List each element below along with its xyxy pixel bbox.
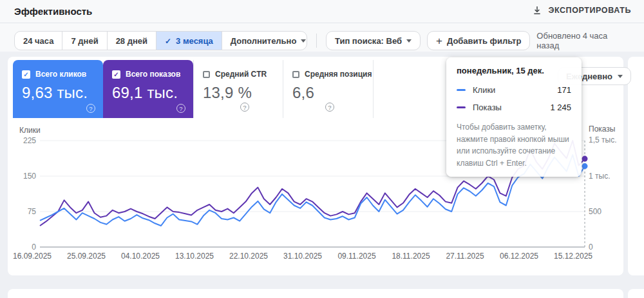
- impressions-hover-dot: [582, 156, 588, 162]
- tooltip-row-impressions: Показы 1 245: [457, 99, 571, 116]
- tooltip-date: понедельник, 15 дек.: [457, 66, 571, 75]
- tooltip-row-clicks: Клики 171: [457, 81, 571, 99]
- export-label: ЭКСПОРТИРОВАТЬ: [548, 6, 631, 15]
- tab-total-clicks[interactable]: Всего кликов 9,63 тыс.: [13, 60, 103, 118]
- x-axis-labels: 16.09.2025 25.09.2025 04.10.2025 13.10.2…: [5, 252, 600, 261]
- chevron-down-icon: [618, 75, 623, 78]
- search-type-chip[interactable]: Тип поиска: Веб: [326, 31, 421, 50]
- position-value: 6,6: [292, 84, 314, 102]
- left-axis-title: Клики: [19, 126, 41, 135]
- range-3m-selected[interactable]: 3 месяца: [156, 32, 222, 50]
- header-divider: [0, 23, 644, 23]
- clicks-value: 9,63 тыс.: [22, 84, 88, 102]
- checkbox-position-unchecked[interactable]: [292, 71, 299, 78]
- checkbox-impressions-checked[interactable]: [112, 70, 120, 79]
- range-28d[interactable]: 28 дней: [107, 32, 156, 50]
- impressions-value: 69,1 тыс.: [112, 84, 178, 102]
- tab-average-ctr[interactable]: Средний CTR 13,9 %: [193, 60, 283, 118]
- y-tick: 1,5 тыс.: [589, 135, 623, 144]
- chevron-down-icon: [301, 39, 306, 43]
- page-title: Эффективность: [14, 6, 92, 17]
- next-section-card: [8, 289, 623, 298]
- help-icon[interactable]: [86, 104, 95, 113]
- y-tick: 1 тыс.: [589, 172, 623, 181]
- tooltip-note: Чтобы добавить заметку, нажмите правой к…: [457, 121, 571, 169]
- clicks-swatch: [457, 89, 466, 92]
- ctr-value: 13,9 %: [203, 84, 252, 102]
- add-filter-chip[interactable]: Добавить фильтр: [427, 31, 530, 50]
- help-icon[interactable]: [240, 103, 249, 112]
- range-24h[interactable]: 24 часа: [15, 32, 62, 50]
- date-range-control: 24 часа 7 дней 28 дней 3 месяца Дополнит…: [14, 31, 307, 50]
- check-icon: [165, 36, 171, 46]
- y-tick: 75: [8, 207, 36, 216]
- plus-icon: [436, 35, 442, 46]
- export-button[interactable]: ЭКСПОРТИРОВАТЬ: [532, 5, 631, 15]
- checkbox-clicks-checked[interactable]: [22, 70, 30, 79]
- range-more-dropdown[interactable]: Дополнительно: [222, 32, 307, 50]
- y-tick: 0: [8, 243, 36, 252]
- tab-average-position[interactable]: Средняя позиция 6,6: [283, 60, 374, 118]
- y-tick: 500: [589, 207, 623, 216]
- metric-tabs: Всего кликов 9,63 тыс. Всего показов 69,…: [13, 60, 374, 118]
- filter-toolbar: 24 часа 7 дней 28 дней 3 месяца Дополнит…: [14, 31, 630, 50]
- download-icon: [532, 5, 542, 15]
- tab-total-impressions[interactable]: Всего показов 69,1 тыс.: [103, 60, 193, 118]
- impressions-swatch: [457, 106, 466, 109]
- performance-card: Всего кликов 9,63 тыс. Всего показов 69,…: [8, 57, 623, 275]
- last-updated-text: Обновлено 4 часа назад: [536, 31, 630, 50]
- help-icon[interactable]: [176, 104, 185, 113]
- checkbox-ctr-unchecked[interactable]: [203, 71, 210, 78]
- clicks-hover-dot: [582, 163, 588, 169]
- chart-tooltip: понедельник, 15 дек. Клики 171 Показы 1 …: [446, 57, 582, 177]
- chevron-down-icon: [406, 39, 412, 43]
- right-axis-title: Показы: [589, 124, 615, 134]
- range-7d[interactable]: 7 дней: [62, 32, 106, 50]
- y-tick: 225: [8, 136, 36, 145]
- toolbar-separator: [316, 34, 317, 48]
- next-section-panel: [628, 289, 644, 298]
- help-icon[interactable]: [325, 103, 334, 112]
- y-tick: 0: [589, 243, 623, 252]
- adjacent-panel: [628, 57, 644, 275]
- y-tick: 150: [8, 172, 36, 181]
